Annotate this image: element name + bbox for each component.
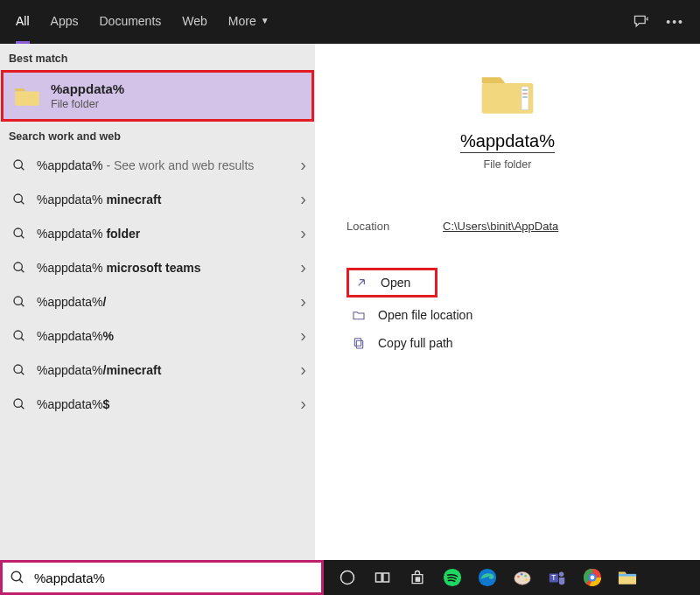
preview-title[interactable]: %appdata% — [460, 131, 555, 153]
store-icon[interactable] — [406, 566, 429, 589]
svg-point-26 — [341, 571, 354, 584]
tab-more-label: More — [228, 14, 256, 28]
svg-point-9 — [14, 297, 22, 304]
chevron-right-icon[interactable]: › — [300, 326, 306, 346]
spotify-icon[interactable] — [441, 566, 464, 589]
chevron-right-icon[interactable]: › — [300, 155, 306, 175]
taskbar-icons: T — [336, 566, 639, 589]
more-options-icon[interactable]: ••• — [666, 15, 684, 29]
svg-point-37 — [521, 573, 523, 576]
svg-point-15 — [14, 399, 22, 407]
result-label: %appdata% - See work and web results — [37, 158, 300, 172]
search-icon — [12, 192, 26, 206]
tab-apps[interactable]: Apps — [51, 0, 79, 44]
taskbar: T — [0, 560, 700, 595]
search-icon — [12, 397, 26, 411]
result-row[interactable]: %appdata%%› — [0, 318, 315, 353]
svg-point-11 — [14, 331, 22, 339]
svg-rect-27 — [376, 573, 382, 582]
copy-icon — [352, 336, 366, 350]
preview-actions: Open Open file location Copy full path — [346, 268, 668, 357]
tab-web[interactable]: Web — [182, 0, 207, 44]
action-open-label: Open — [381, 276, 410, 290]
svg-line-2 — [21, 167, 24, 170]
tab-all[interactable]: All — [16, 0, 30, 44]
svg-line-6 — [21, 235, 24, 238]
best-match-result[interactable]: %appdata% File folder — [1, 70, 314, 122]
svg-point-1 — [14, 160, 22, 168]
result-row[interactable]: %appdata% microsoft teams› — [0, 250, 315, 284]
search-icon — [12, 158, 26, 172]
svg-rect-0 — [15, 91, 39, 105]
taskbar-search[interactable] — [0, 560, 324, 595]
tab-more[interactable]: More ▼ — [228, 0, 270, 44]
action-open-location-label: Open file location — [378, 308, 472, 322]
result-label: %appdata%% — [37, 329, 300, 343]
topbar-right: ••• — [633, 13, 684, 31]
teams-icon[interactable]: T — [546, 566, 569, 589]
chevron-right-icon[interactable]: › — [300, 394, 306, 414]
cortana-icon[interactable] — [336, 566, 359, 589]
best-match-title: %appdata% — [51, 81, 124, 96]
svg-text:T: T — [551, 574, 556, 582]
chevron-right-icon[interactable]: › — [300, 257, 306, 277]
best-match-text: %appdata% File folder — [51, 81, 124, 110]
location-value[interactable]: C:\Users\binit\AppData — [443, 220, 558, 233]
result-label: %appdata% minecraft — [37, 192, 300, 206]
svg-point-3 — [14, 194, 22, 202]
svg-point-36 — [517, 576, 520, 578]
result-row[interactable]: %appdata% folder› — [0, 216, 315, 250]
result-row[interactable]: %appdata% minecraft› — [0, 182, 315, 216]
chevron-right-icon[interactable]: › — [300, 223, 306, 243]
svg-line-8 — [21, 270, 24, 272]
svg-rect-23 — [354, 339, 360, 346]
svg-point-24 — [11, 571, 21, 581]
result-row[interactable]: %appdata%/minecraft› — [0, 353, 315, 387]
svg-line-16 — [21, 406, 24, 409]
action-open-location[interactable]: Open file location — [346, 301, 668, 329]
action-copy-path[interactable]: Copy full path — [346, 329, 668, 357]
feedback-icon[interactable] — [633, 13, 650, 31]
result-label: %appdata%/ — [37, 295, 300, 309]
svg-point-13 — [14, 365, 22, 373]
taskbar-search-input[interactable] — [34, 570, 314, 585]
action-open[interactable]: Open — [354, 274, 410, 291]
location-row: Location C:\Users\binit\AppData — [346, 220, 668, 233]
action-copy-path-label: Copy full path — [378, 336, 453, 350]
chevron-right-icon[interactable]: › — [300, 189, 306, 209]
chevron-right-icon[interactable]: › — [300, 291, 306, 312]
svg-line-4 — [21, 201, 24, 204]
explorer-icon[interactable] — [616, 566, 639, 589]
svg-line-10 — [21, 304, 24, 306]
location-label: Location — [346, 220, 443, 233]
paint-icon[interactable] — [511, 566, 534, 589]
tab-documents[interactable]: Documents — [99, 0, 161, 44]
svg-point-5 — [14, 228, 22, 236]
result-row[interactable]: %appdata%$› — [0, 387, 315, 421]
svg-point-45 — [591, 576, 595, 580]
search-web-heading: Search work and web — [0, 122, 315, 148]
search-icon — [12, 295, 26, 309]
preview-panel: %appdata% File folder Location C:\Users\… — [315, 44, 700, 560]
chevron-down-icon: ▼ — [261, 16, 270, 25]
svg-rect-47 — [619, 574, 636, 577]
svg-rect-29 — [416, 578, 417, 579]
folder-open-icon — [352, 308, 366, 322]
task-view-icon[interactable] — [371, 566, 394, 589]
svg-line-25 — [19, 579, 23, 583]
svg-line-12 — [21, 338, 24, 340]
svg-rect-31 — [416, 580, 417, 582]
edge-icon[interactable] — [476, 566, 499, 589]
result-row[interactable]: %appdata% - See work and web results› — [0, 148, 315, 182]
filter-tabs: All Apps Documents Web More ▼ — [16, 0, 270, 44]
open-icon — [354, 276, 368, 290]
search-icon — [12, 227, 26, 241]
results-panel: Best match %appdata% File folder Search … — [0, 44, 315, 560]
chevron-right-icon[interactable]: › — [300, 360, 306, 380]
chrome-icon[interactable] — [581, 566, 604, 589]
svg-rect-30 — [418, 578, 420, 579]
search-icon — [12, 329, 26, 343]
result-row[interactable]: %appdata%/› — [0, 284, 315, 318]
svg-rect-22 — [356, 340, 362, 348]
svg-rect-28 — [383, 573, 389, 582]
